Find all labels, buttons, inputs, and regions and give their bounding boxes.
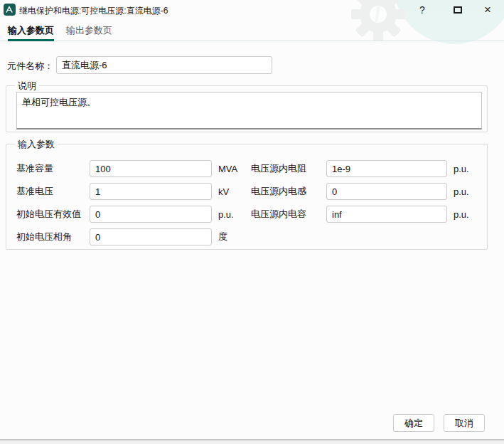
ok-button[interactable]: 确定 (393, 414, 434, 432)
param-label: 电压源内电阻 (251, 162, 326, 175)
param-row-internal-capacitance: 电压源内电容 p.u. (251, 206, 469, 223)
description-legend: 说明 (15, 80, 39, 92)
param-unit: p.u. (454, 209, 469, 220)
param-row-base-capacity: 基准容量 MVA (16, 160, 237, 177)
param-label: 初始电压有效值 (16, 208, 90, 221)
params-right-column: 电压源内电阻 p.u. 电压源内电感 p.u. 电压源内电容 p.u. (251, 160, 469, 228)
param-unit: MVA (218, 164, 237, 174)
param-label: 基准电压 (16, 185, 90, 198)
internal-inductance-input[interactable] (326, 183, 447, 200)
internal-resistance-input[interactable] (326, 160, 447, 177)
initial-voltage-angle-input[interactable] (90, 228, 212, 245)
param-unit: p.u. (454, 186, 469, 197)
app-icon (4, 4, 16, 16)
tab-input-params[interactable]: 输入参数页 (8, 22, 54, 41)
description-textbox[interactable]: 单相可控电压源。 (16, 92, 482, 130)
param-label: 初始电压相角 (16, 231, 90, 243)
initial-voltage-rms-input[interactable] (90, 206, 212, 223)
param-label: 基准容量 (16, 162, 90, 175)
input-params-legend: 输入参数 (15, 138, 58, 150)
dialog-window: 继电保护和电源:可控电压源:直流电源-6 ? × 输入参数页 输出参数页 元件名… (0, 0, 504, 444)
bottom-strip (0, 440, 504, 444)
params-left-column: 基准容量 MVA 基准电压 kV 初始电压有效值 p.u. 初始电压相角 度 (16, 160, 237, 251)
maximize-button[interactable] (447, 0, 468, 20)
title-bar: 继电保护和电源:可控电压源:直流电源-6 ? × (0, 0, 504, 20)
param-row-initial-voltage-rms: 初始电压有效值 p.u. (16, 206, 237, 223)
param-label: 电压源内电容 (251, 208, 326, 221)
base-voltage-input[interactable] (90, 183, 212, 200)
base-capacity-input[interactable] (90, 160, 212, 177)
description-group: 说明 单相可控电压源。 (6, 85, 488, 132)
tab-bar: 输入参数页 输出参数页 (0, 20, 504, 41)
param-label: 电压源内电感 (251, 185, 326, 198)
cancel-button[interactable]: 取消 (444, 414, 485, 432)
param-unit: p.u. (218, 209, 234, 220)
maximize-icon (454, 6, 462, 14)
param-row-internal-resistance: 电压源内电阻 p.u. (251, 160, 469, 177)
internal-capacitance-input[interactable] (326, 206, 447, 223)
param-unit: kV (218, 186, 229, 197)
param-unit: p.u. (454, 164, 469, 174)
param-row-internal-inductance: 电压源内电感 p.u. (251, 183, 469, 200)
input-params-group: 输入参数 基准容量 MVA 基准电压 kV 初始电压有效值 p.u. 初始电压相… (6, 144, 488, 250)
close-button[interactable]: × (477, 0, 498, 20)
window-title: 继电保护和电源:可控电压源:直流电源-6 (19, 5, 168, 17)
param-row-base-voltage: 基准电压 kV (16, 183, 237, 200)
tab-output-params[interactable]: 输出参数页 (66, 22, 112, 41)
param-row-initial-voltage-angle: 初始电压相角 度 (16, 228, 237, 245)
help-button[interactable]: ? (412, 0, 433, 20)
component-name-label: 元件名称： (7, 60, 53, 73)
param-unit: 度 (218, 231, 227, 243)
component-name-input[interactable] (56, 56, 272, 74)
